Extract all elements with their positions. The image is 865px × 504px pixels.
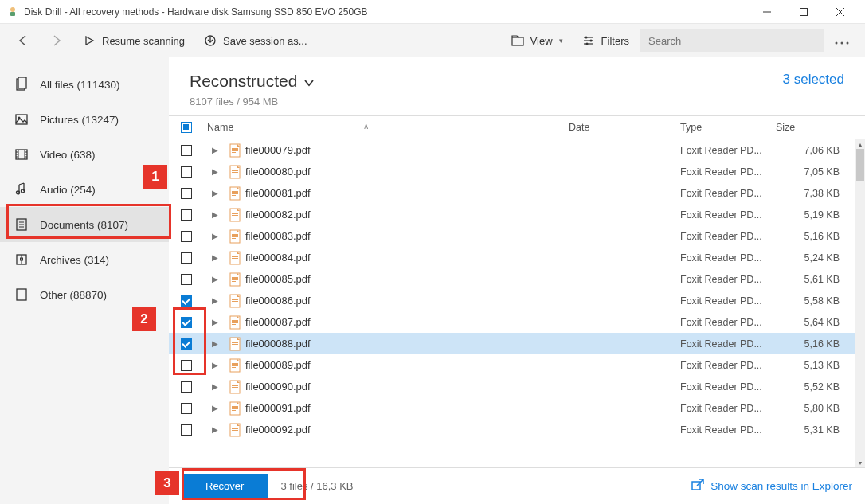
table-row[interactable]: ▶file000087.pdfFoxit Reader PD...5,64 KB <box>169 311 865 333</box>
show-in-explorer-link[interactable]: Show scan results in Explorer <box>691 479 852 494</box>
file-name: file000081.pdf <box>245 187 569 199</box>
table-row[interactable]: ▶file000081.pdfFoxit Reader PD...7,38 KB <box>169 182 865 204</box>
table-row[interactable]: ▶file000084.pdfFoxit Reader PD...5,24 KB <box>169 247 865 268</box>
expand-icon[interactable]: ▶ <box>204 146 226 154</box>
save-session-button[interactable]: Save session as... <box>196 29 315 52</box>
close-button[interactable] <box>822 0 859 24</box>
resume-scanning-button[interactable]: Resume scanning <box>75 29 193 52</box>
row-checkbox[interactable] <box>181 295 192 307</box>
pdf-icon <box>226 251 245 265</box>
table-row[interactable]: ▶file000083.pdfFoxit Reader PD...5,16 KB <box>169 225 865 247</box>
table-row[interactable]: ▶file000092.pdfFoxit Reader PD...5,31 KB <box>169 419 865 440</box>
sidebar-item-archives[interactable]: Archives (314) <box>0 242 169 277</box>
row-checkbox[interactable] <box>181 166 192 178</box>
content-area: Reconstructed 8107 files / 954 MB 3 sele… <box>169 57 865 504</box>
sidebar-item-label: Pictures (13247) <box>40 114 119 126</box>
sidebar-item-pictures[interactable]: Pictures (13247) <box>0 102 169 137</box>
table-row[interactable]: ▶file000079.pdfFoxit Reader PD...7,06 KB <box>169 139 865 161</box>
category-dropdown[interactable]: Reconstructed <box>190 72 783 91</box>
svg-rect-3 <box>800 8 808 15</box>
row-checkbox[interactable] <box>181 424 192 436</box>
column-type[interactable]: Type <box>680 122 776 133</box>
row-checkbox[interactable] <box>181 403 192 414</box>
sidebar-item-documents[interactable]: Documents (8107) <box>0 207 169 242</box>
expand-icon[interactable]: ▶ <box>204 339 226 348</box>
table-row[interactable]: ▶file000089.pdfFoxit Reader PD...5,13 KB <box>169 354 865 376</box>
row-checkbox[interactable] <box>181 360 192 371</box>
expand-icon[interactable]: ▶ <box>204 296 226 305</box>
row-checkbox[interactable] <box>181 338 192 350</box>
view-button[interactable]: View ▾ <box>503 29 571 52</box>
scroll-up-icon[interactable]: ▴ <box>855 139 865 149</box>
expand-icon[interactable]: ▶ <box>204 382 226 391</box>
table-row[interactable]: ▶file000080.pdfFoxit Reader PD...7,05 KB <box>169 161 865 182</box>
toolbar: Resume scanning Save session as... View … <box>0 24 865 57</box>
table-row[interactable]: ▶file000088.pdfFoxit Reader PD...5,16 KB <box>169 333 865 354</box>
minimize-button[interactable] <box>749 0 785 24</box>
table-row[interactable]: ▶file000085.pdfFoxit Reader PD...5,61 KB <box>169 268 865 290</box>
row-checkbox[interactable] <box>181 381 192 393</box>
expand-icon[interactable]: ▶ <box>204 253 226 262</box>
table-row[interactable]: ▶file000086.pdfFoxit Reader PD...5,58 KB <box>169 290 865 311</box>
forward-button[interactable] <box>41 29 72 53</box>
show-in-explorer-label: Show scan results in Explorer <box>710 480 852 492</box>
svg-rect-19 <box>16 115 27 124</box>
expand-icon[interactable]: ▶ <box>204 167 226 176</box>
svg-rect-53 <box>232 213 238 214</box>
svg-rect-85 <box>232 385 238 386</box>
row-checkbox[interactable] <box>181 209 192 221</box>
table-row[interactable]: ▶file000082.pdfFoxit Reader PD...5,19 KB <box>169 204 865 225</box>
category-title: Reconstructed <box>190 72 297 91</box>
expand-icon[interactable]: ▶ <box>204 232 226 240</box>
save-icon <box>204 34 217 47</box>
selected-count[interactable]: 3 selected <box>783 72 845 88</box>
select-all-checkbox[interactable] <box>181 122 192 133</box>
callout-3: 3 <box>155 471 179 495</box>
expand-icon[interactable]: ▶ <box>204 404 226 412</box>
file-size: 5,80 KB <box>776 403 855 414</box>
column-date[interactable]: Date <box>569 122 680 133</box>
row-checkbox[interactable] <box>181 274 192 285</box>
back-button[interactable] <box>8 29 38 53</box>
table-row[interactable]: ▶file000091.pdfFoxit Reader PD...5,80 KB <box>169 397 865 419</box>
row-checkbox[interactable] <box>181 231 192 242</box>
svg-rect-7 <box>512 37 523 45</box>
expand-icon[interactable]: ▶ <box>204 210 226 219</box>
more-button[interactable] <box>827 29 857 53</box>
column-size[interactable]: Size <box>776 122 855 133</box>
svg-rect-41 <box>232 148 238 150</box>
scroll-thumb[interactable] <box>856 149 864 181</box>
open-external-icon <box>691 479 704 494</box>
expand-icon[interactable]: ▶ <box>204 318 226 326</box>
svg-rect-70 <box>232 301 238 302</box>
svg-rect-90 <box>232 408 238 409</box>
file-size: 5,24 KB <box>776 252 855 264</box>
scrollbar[interactable]: ▴ ▾ <box>855 139 865 467</box>
recover-button[interactable]: Recover <box>182 474 268 498</box>
filters-button[interactable]: Filters <box>574 29 637 52</box>
file-type: Foxit Reader PD... <box>680 274 776 285</box>
row-checkbox[interactable] <box>181 188 192 199</box>
file-size: 5,31 KB <box>776 424 855 436</box>
row-checkbox[interactable] <box>181 317 192 328</box>
row-checkbox[interactable] <box>181 252 192 264</box>
expand-icon[interactable]: ▶ <box>204 189 226 197</box>
chevron-down-icon <box>303 72 315 91</box>
maximize-button[interactable] <box>785 0 822 24</box>
file-size: 7,06 KB <box>776 145 855 156</box>
svg-rect-91 <box>232 410 236 411</box>
column-name[interactable]: Name∧ <box>204 122 569 133</box>
sidebar-item-files[interactable]: All files (111430) <box>0 67 169 102</box>
search-input[interactable] <box>640 29 824 52</box>
scroll-down-icon[interactable]: ▾ <box>855 458 865 467</box>
svg-rect-43 <box>232 152 236 153</box>
file-type: Foxit Reader PD... <box>680 403 776 414</box>
expand-icon[interactable]: ▶ <box>204 275 226 283</box>
sort-arrow-icon: ∧ <box>363 122 369 131</box>
expand-icon[interactable]: ▶ <box>204 425 226 434</box>
row-checkbox[interactable] <box>181 145 192 156</box>
expand-icon[interactable]: ▶ <box>204 361 226 369</box>
svg-rect-1 <box>10 12 15 16</box>
table-row[interactable]: ▶file000090.pdfFoxit Reader PD...5,52 KB <box>169 376 865 397</box>
svg-rect-95 <box>232 432 236 432</box>
